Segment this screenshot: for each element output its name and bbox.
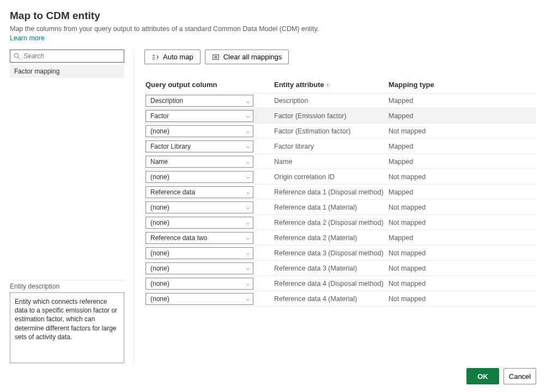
search-input-wrapper[interactable] [10,50,124,63]
chevron-down-icon: ⌵ [246,189,250,195]
mapping-type-cell: Mapped [389,143,536,150]
entity-attribute-cell: Name [274,158,389,166]
dropdown-value: Reference data [150,188,195,196]
auto-map-button[interactable]: Auto map [144,50,201,64]
table-row[interactable]: Factor Library⌵Factor libraryMapped [144,139,536,154]
chevron-down-icon: ⌵ [246,296,250,302]
dropdown-value: Reference data two [150,234,207,242]
entity-attribute-cell: Factor (Emission factor) [274,112,389,120]
dropdown-value: (none) [150,265,169,272]
dropdown-value: (none) [150,204,169,211]
entity-attribute-cell: Reference data 4 (Material) [274,295,389,303]
entity-attribute-cell: Reference data 2 (Material) [274,234,389,242]
mapping-type-cell: Not mapped [389,173,536,181]
output-column-dropdown[interactable]: (none)⌵ [145,278,253,290]
dropdown-value: Factor [150,112,169,120]
table-header: Query output column Entity attribute↑ Ma… [144,76,536,93]
entity-attribute-cell: Factor library [274,143,389,150]
entity-attribute-cell: Reference data 3 (Disposal method) [274,249,389,257]
entity-attribute-cell: Reference data 4 (Disposal method) [274,280,389,287]
output-column-dropdown[interactable]: Description⌵ [145,95,253,107]
entity-attribute-cell: Reference data 3 (Material) [274,265,389,272]
mapping-type-cell: Mapped [389,112,536,120]
table-row[interactable]: Factor⌵Factor (Emission factor)Mapped [144,108,536,124]
chevron-down-icon: ⌵ [246,174,250,180]
output-column-dropdown[interactable]: (none)⌵ [145,125,253,137]
table-row[interactable]: (none)⌵Reference data 1 (Material)Not ma… [144,200,536,215]
entity-list-item[interactable]: Factor mapping [10,65,124,78]
chevron-down-icon: ⌵ [246,113,250,119]
entity-description-label: Entity description [10,280,124,290]
table-row[interactable]: (none)⌵Factor (Estimation factor)Not map… [144,124,536,139]
output-column-dropdown[interactable]: Reference data⌵ [145,186,253,198]
col-header-type[interactable]: Mapping type [389,81,536,89]
table-row[interactable]: Reference data two⌵Reference data 2 (Mat… [144,230,536,246]
dropdown-value: Description [150,97,183,105]
col-header-output[interactable]: Query output column [144,81,274,89]
chevron-down-icon: ⌵ [246,250,250,256]
chevron-down-icon: ⌵ [246,143,250,149]
mapping-type-cell: Not mapped [389,219,536,226]
search-input[interactable] [22,52,120,60]
ok-button[interactable]: OK [466,368,499,384]
mapping-type-cell: Mapped [389,97,536,105]
learn-more-link[interactable]: Learn more [10,34,45,42]
cancel-button[interactable]: Cancel [503,368,536,384]
entity-attribute-cell: Reference data 1 (Disposal method) [274,188,389,196]
table-row[interactable]: (none)⌵Reference data 2 (Disposal method… [144,215,536,230]
dropdown-value: Name [150,158,168,166]
entity-attribute-cell: Origin correlation ID [274,173,389,181]
output-column-dropdown[interactable]: (none)⌵ [145,171,253,183]
table-row[interactable]: (none)⌵Reference data 4 (Material)Not ma… [144,291,536,307]
output-column-dropdown[interactable]: Reference data two⌵ [145,232,253,244]
chevron-down-icon: ⌵ [246,158,250,164]
table-row[interactable]: (none)⌵Reference data 3 (Disposal method… [144,246,536,261]
output-column-dropdown[interactable]: (none)⌵ [145,217,253,229]
output-column-dropdown[interactable]: (none)⌵ [145,262,253,274]
chevron-down-icon: ⌵ [246,128,250,134]
output-column-dropdown[interactable]: (none)⌵ [145,293,253,305]
table-row[interactable]: Name⌵NameMapped [144,154,536,169]
mapping-type-cell: Not mapped [389,127,536,135]
clear-all-button[interactable]: Clear all mappings [205,50,289,64]
dropdown-value: (none) [150,295,169,303]
chevron-down-icon: ⌵ [246,265,250,271]
mapping-type-cell: Mapped [389,158,536,166]
mapping-type-cell: Mapped [389,234,536,242]
mapping-type-cell: Not mapped [389,265,536,272]
table-row[interactable]: (none)⌵Reference data 3 (Material)Not ma… [144,261,536,276]
dropdown-value: Factor Library [150,143,191,150]
clear-all-icon [212,53,220,61]
chevron-down-icon: ⌵ [246,280,250,286]
dropdown-value: (none) [150,219,169,226]
svg-point-0 [14,53,19,58]
chevron-down-icon: ⌵ [246,235,250,241]
entity-attribute-cell: Factor (Estimation factor) [274,127,389,135]
dropdown-value: (none) [150,280,169,287]
chevron-down-icon: ⌵ [246,204,250,210]
table-row[interactable]: Reference data⌵Reference data 1 (Disposa… [144,185,536,200]
auto-map-icon [151,53,159,61]
table-row[interactable]: Description⌵DescriptionMapped [144,93,536,108]
table-row[interactable]: (none)⌵Origin correlation IDNot mapped [144,169,536,185]
mapping-type-cell: Mapped [389,188,536,196]
mapping-type-cell: Not mapped [389,249,536,257]
chevron-down-icon: ⌵ [246,219,250,225]
entity-attribute-cell: Description [274,97,389,105]
mapping-type-cell: Not mapped [389,204,536,211]
output-column-dropdown[interactable]: Factor Library⌵ [145,140,253,152]
entity-description-text: Entity which connects reference data to … [10,292,124,363]
page-title: Map to CDM entity [10,10,536,22]
table-row[interactable]: (none)⌵Reference data 4 (Disposal method… [144,276,536,291]
output-column-dropdown[interactable]: Factor⌵ [145,110,253,122]
sort-asc-icon: ↑ [326,82,330,88]
mapping-type-cell: Not mapped [389,280,536,287]
output-column-dropdown[interactable]: (none)⌵ [145,247,253,259]
output-column-dropdown[interactable]: (none)⌵ [145,201,253,213]
output-column-dropdown[interactable]: Name⌵ [145,156,253,168]
chevron-down-icon: ⌵ [246,98,250,104]
entity-attribute-cell: Reference data 1 (Material) [274,204,389,211]
col-header-attribute[interactable]: Entity attribute↑ [274,81,389,89]
entity-attribute-cell: Reference data 2 (Disposal method) [274,219,389,226]
mapping-type-cell: Not mapped [389,295,536,303]
